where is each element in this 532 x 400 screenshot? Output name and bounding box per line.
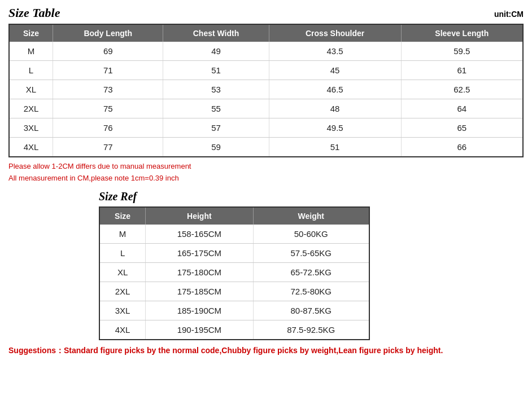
- table-cell: 45: [269, 61, 401, 80]
- table-cell: 46.5: [269, 80, 401, 99]
- main-table-header-cell: Body Length: [53, 24, 163, 42]
- table-cell: 53: [163, 80, 269, 99]
- table-cell: 76: [53, 118, 163, 138]
- table-cell: 175-185CM: [146, 282, 253, 301]
- table-cell: 59.5: [401, 42, 523, 61]
- ref-table-header-cell: Height: [146, 207, 253, 225]
- suggestions-text: Standard figure picks by the normal code…: [64, 346, 443, 355]
- notes-section: Please allow 1-2CM differs due to manual…: [8, 161, 524, 184]
- main-table-header-cell: Size: [9, 24, 53, 42]
- table-row: 2XL75554864: [9, 99, 523, 118]
- table-cell: 59: [163, 138, 269, 157]
- notes-line2: All menasurement in CM,please note 1cm=0…: [8, 173, 524, 184]
- table-cell: M: [9, 42, 53, 61]
- table-row: 4XL190-195CM87.5-92.5KG: [99, 320, 369, 340]
- table-cell: 175-180CM: [146, 262, 253, 282]
- table-cell: 4XL: [9, 138, 53, 157]
- table-row: L165-175CM57.5-65KG: [99, 243, 369, 262]
- table-row: 4XL77595166: [9, 138, 523, 157]
- unit-label: unit:CM: [494, 10, 524, 19]
- table-cell: 43.5: [269, 42, 401, 61]
- table-cell: 51: [163, 61, 269, 80]
- table-row: 3XL765749.565: [9, 118, 523, 138]
- table-cell: 57: [163, 118, 269, 138]
- page-title: Size Table: [8, 6, 60, 20]
- table-row: M158-165CM50-60KG: [99, 225, 369, 244]
- table-row: M694943.559.5: [9, 42, 523, 61]
- ref-section-title: Size Ref: [99, 190, 524, 203]
- table-cell: L: [9, 61, 53, 80]
- table-row: L71514561: [9, 61, 523, 80]
- main-table-header-cell: Chest Width: [163, 24, 269, 42]
- main-table-header-row: SizeBody LengthChest WidthCross Shoulder…: [9, 24, 523, 42]
- table-cell: 51: [269, 138, 401, 157]
- header-row: Size Table unit:CM: [8, 6, 524, 20]
- ref-table-wrapper: SizeHeightWeight M158-165CM50-60KGL165-1…: [99, 206, 370, 340]
- table-cell: 49.5: [269, 118, 401, 138]
- ref-size-table: SizeHeightWeight M158-165CM50-60KGL165-1…: [99, 206, 370, 340]
- ref-table-header-row: SizeHeightWeight: [99, 207, 369, 225]
- table-cell: 165-175CM: [146, 243, 253, 262]
- table-cell: 62.5: [401, 80, 523, 99]
- table-cell: 50-60KG: [253, 225, 369, 244]
- table-cell: 72.5-80KG: [253, 282, 369, 301]
- table-cell: XL: [9, 80, 53, 99]
- main-table-header-cell: Sleeve Length: [401, 24, 523, 42]
- table-cell: 190-195CM: [146, 320, 253, 340]
- table-cell: 2XL: [99, 282, 146, 301]
- table-cell: 77: [53, 138, 163, 157]
- table-cell: 69: [53, 42, 163, 61]
- table-cell: 185-190CM: [146, 301, 253, 320]
- table-cell: M: [99, 225, 146, 244]
- table-cell: 49: [163, 42, 269, 61]
- table-row: 2XL175-185CM72.5-80KG: [99, 282, 369, 301]
- table-cell: 65-72.5KG: [253, 262, 369, 282]
- table-cell: 65: [401, 118, 523, 138]
- table-cell: 2XL: [9, 99, 53, 118]
- table-cell: 57.5-65KG: [253, 243, 369, 262]
- table-cell: 71: [53, 61, 163, 80]
- table-row: XL735346.562.5: [9, 80, 523, 99]
- ref-table-header-cell: Weight: [253, 207, 369, 225]
- table-cell: 87.5-92.5KG: [253, 320, 369, 340]
- table-cell: 3XL: [99, 301, 146, 320]
- table-row: 3XL185-190CM80-87.5KG: [99, 301, 369, 320]
- table-cell: 66: [401, 138, 523, 157]
- table-cell: XL: [99, 262, 146, 282]
- table-row: XL175-180CM65-72.5KG: [99, 262, 369, 282]
- table-cell: 61: [401, 61, 523, 80]
- table-cell: L: [99, 243, 146, 262]
- suggestions-label: Suggestions：: [8, 346, 64, 355]
- main-table-header-cell: Cross Shoulder: [269, 24, 401, 42]
- notes-line1: Please allow 1-2CM differs due to manual…: [8, 161, 524, 173]
- table-cell: 80-87.5KG: [253, 301, 369, 320]
- table-cell: 75: [53, 99, 163, 118]
- table-cell: 48: [269, 99, 401, 118]
- table-cell: 73: [53, 80, 163, 99]
- ref-table-header-cell: Size: [99, 207, 146, 225]
- main-size-table: SizeBody LengthChest WidthCross Shoulder…: [8, 24, 524, 157]
- suggestions-row: Suggestions：Standard figure picks by the…: [8, 346, 524, 356]
- table-cell: 158-165CM: [146, 225, 253, 244]
- table-cell: 64: [401, 99, 523, 118]
- table-cell: 55: [163, 99, 269, 118]
- table-cell: 3XL: [9, 118, 53, 138]
- table-cell: 4XL: [99, 320, 146, 340]
